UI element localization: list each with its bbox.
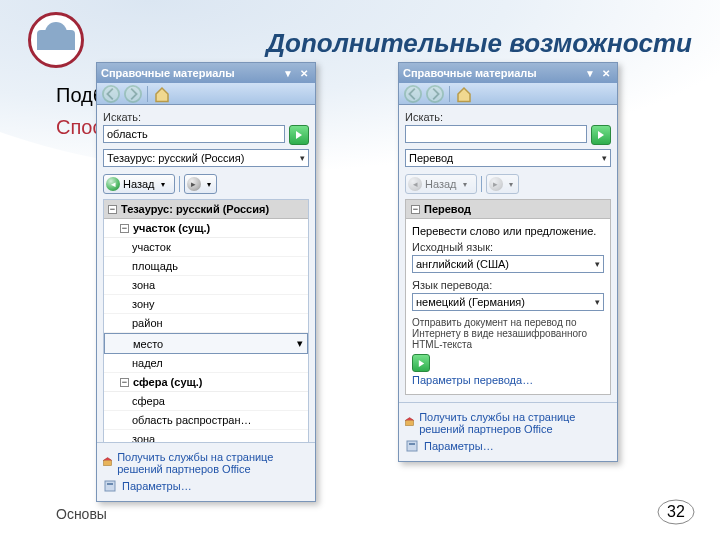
translate-hint: Перевести слово или предложение. xyxy=(412,225,604,237)
chevron-down-icon[interactable]: ▾ xyxy=(204,180,214,189)
chevron-down-icon[interactable]: ▾ xyxy=(506,180,516,189)
nav-back-icon[interactable] xyxy=(101,85,121,103)
slide-title: Дополнительные возможности xyxy=(266,28,692,59)
svg-rect-9 xyxy=(407,441,417,451)
page-number: 32 xyxy=(656,498,696,526)
scope-value: Перевод xyxy=(409,152,453,164)
send-translate-button[interactable] xyxy=(412,354,430,372)
get-services-link[interactable]: Получить службы на странице решений парт… xyxy=(405,409,611,437)
pane-toolbar xyxy=(399,83,617,105)
options-icon xyxy=(405,439,419,453)
research-pane-translate: Справочные материалы ▼ ✕ Искать: Перевод… xyxy=(398,62,618,462)
get-services-link[interactable]: Получить службы на странице решений парт… xyxy=(103,449,309,477)
result-item[interactable]: надел xyxy=(104,354,308,373)
chevron-down-icon[interactable]: ▾ xyxy=(460,180,470,189)
translation-options-link[interactable]: Параметры перевода… xyxy=(412,372,604,388)
search-label: Искать: xyxy=(103,111,309,123)
scope-value: Тезаурус: русский (Россия) xyxy=(107,152,244,164)
search-label: Искать: xyxy=(405,111,611,123)
src-lang-label: Исходный язык: xyxy=(412,241,604,253)
results-list: − Тезаурус: русский (Россия) − участок (… xyxy=(103,199,309,455)
svg-point-7 xyxy=(427,85,443,101)
result-item[interactable]: участок xyxy=(104,238,308,257)
forward-arrow-icon: ▸ xyxy=(187,177,201,191)
scope-select[interactable]: Тезаурус: русский (Россия) ▾ xyxy=(103,149,309,167)
back-button[interactable]: ◂ Назад ▾ xyxy=(103,174,175,194)
result-group-0[interactable]: − участок (сущ.) xyxy=(104,219,308,238)
back-arrow-icon: ◂ xyxy=(106,177,120,191)
chevron-down-icon: ▾ xyxy=(602,153,607,163)
pane-titlebar[interactable]: Справочные материалы ▼ ✕ xyxy=(399,63,617,83)
result-item[interactable]: сфера xyxy=(104,392,308,411)
forward-button[interactable]: ▸ ▾ xyxy=(184,174,217,194)
pane-toolbar xyxy=(97,83,315,105)
research-options-link[interactable]: Параметры… xyxy=(103,477,309,495)
options-icon xyxy=(103,479,117,493)
dst-lang-select[interactable]: немецкий (Германия) ▾ xyxy=(412,293,604,311)
marketplace-icon xyxy=(103,456,112,470)
collapse-icon[interactable]: − xyxy=(108,205,117,214)
collapse-icon[interactable]: − xyxy=(120,224,129,233)
collapse-icon[interactable]: − xyxy=(411,205,420,214)
pane-footer: Получить службы на странице решений парт… xyxy=(97,442,315,501)
svg-rect-3 xyxy=(104,460,112,465)
home-icon[interactable] xyxy=(152,85,172,103)
pane-footer: Получить службы на странице решений парт… xyxy=(399,402,617,461)
result-item[interactable]: площадь xyxy=(104,257,308,276)
home-icon[interactable] xyxy=(454,85,474,103)
translate-section-header[interactable]: − Перевод xyxy=(405,199,611,219)
marketplace-icon xyxy=(405,416,414,430)
chevron-down-icon: ▾ xyxy=(300,153,305,163)
result-item[interactable]: зону xyxy=(104,295,308,314)
footer-text: Основы xyxy=(56,506,107,522)
chevron-down-icon[interactable]: ▾ xyxy=(297,337,303,350)
result-item[interactable]: область распростран… xyxy=(104,411,308,430)
forward-arrow-icon: ▸ xyxy=(489,177,503,191)
close-icon[interactable]: ✕ xyxy=(599,66,613,80)
dst-lang-label: Язык перевода: xyxy=(412,279,604,291)
result-item-selected[interactable]: место ▾ xyxy=(104,333,308,354)
research-options-link[interactable]: Параметры… xyxy=(405,437,611,455)
pane-title: Справочные материалы xyxy=(403,67,537,79)
src-lang-select[interactable]: английский (США) ▾ xyxy=(412,255,604,273)
svg-rect-5 xyxy=(107,483,113,485)
collapse-icon[interactable]: − xyxy=(120,378,129,387)
svg-rect-8 xyxy=(406,420,414,425)
nav-back-icon[interactable] xyxy=(403,85,423,103)
pane-menu-button[interactable]: ▼ xyxy=(583,66,597,80)
search-input[interactable] xyxy=(405,125,587,143)
close-icon[interactable]: ✕ xyxy=(297,66,311,80)
svg-point-6 xyxy=(405,85,421,101)
result-item[interactable]: район xyxy=(104,314,308,333)
research-pane-thesaurus: Справочные материалы ▼ ✕ Искать: Тезауру… xyxy=(96,62,316,502)
search-go-button[interactable] xyxy=(591,125,611,145)
svg-rect-4 xyxy=(105,481,115,491)
svg-rect-10 xyxy=(409,443,415,445)
nav-fwd-icon[interactable] xyxy=(123,85,143,103)
chevron-down-icon: ▾ xyxy=(595,259,600,269)
svg-point-1 xyxy=(103,85,119,101)
send-note: Отправить документ на перевод по Интерне… xyxy=(412,317,604,350)
back-button[interactable]: ◂ Назад ▾ xyxy=(405,174,477,194)
search-input[interactable] xyxy=(103,125,285,143)
scope-select[interactable]: Перевод ▾ xyxy=(405,149,611,167)
pane-menu-button[interactable]: ▼ xyxy=(281,66,295,80)
back-arrow-icon: ◂ xyxy=(408,177,422,191)
result-item[interactable]: зона xyxy=(104,276,308,295)
pane-title: Справочные материалы xyxy=(101,67,235,79)
pane-titlebar[interactable]: Справочные материалы ▼ ✕ xyxy=(97,63,315,83)
result-group-1[interactable]: − сфера (сущ.) xyxy=(104,373,308,392)
forward-button[interactable]: ▸ ▾ xyxy=(486,174,519,194)
chevron-down-icon: ▾ xyxy=(595,297,600,307)
results-header[interactable]: − Тезаурус: русский (Россия) xyxy=(104,200,308,219)
nav-fwd-icon[interactable] xyxy=(425,85,445,103)
chevron-down-icon[interactable]: ▾ xyxy=(158,180,168,189)
university-logo xyxy=(28,12,84,68)
translate-block: Перевести слово или предложение. Исходны… xyxy=(405,219,611,395)
search-go-button[interactable] xyxy=(289,125,309,145)
svg-point-2 xyxy=(125,85,141,101)
